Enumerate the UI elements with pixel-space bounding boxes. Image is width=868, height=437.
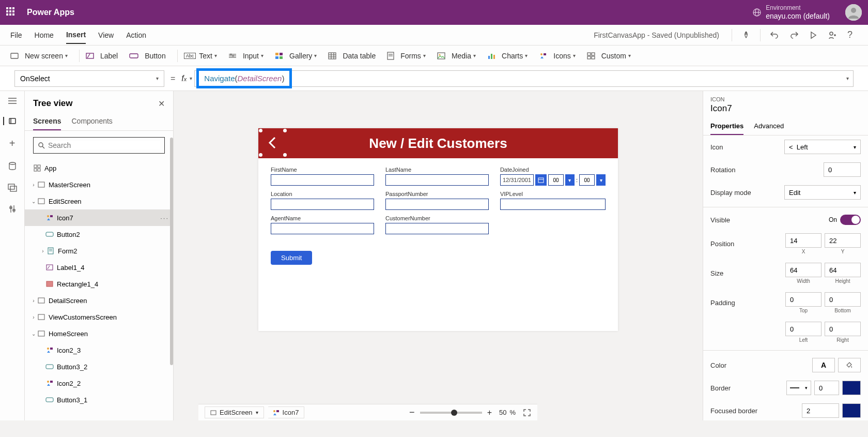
fx-dropdown-icon[interactable]: ▾	[190, 76, 192, 81]
date-input[interactable]: 12/31/2001	[500, 174, 534, 186]
tree-viewcustomers[interactable]: ›ViewCustomersScreen	[25, 309, 173, 325]
canvas-area[interactable]: New / Edit Customers FirstName LastName …	[174, 91, 703, 420]
last-name-input[interactable]	[385, 174, 489, 186]
label-button[interactable]: Label	[86, 52, 118, 60]
pad-right-input[interactable]: 0	[825, 322, 861, 336]
fx-icon[interactable]: fx	[181, 74, 187, 83]
close-icon[interactable]: ✕	[158, 99, 165, 109]
customer-input[interactable]	[385, 223, 489, 234]
pad-top-input[interactable]: 0	[785, 292, 822, 307]
visible-toggle[interactable]	[840, 215, 861, 225]
focused-border-input[interactable]: 2	[802, 403, 839, 418]
play-icon[interactable]	[809, 31, 817, 39]
display-mode-select[interactable]: Edit▾	[784, 185, 861, 200]
tree-button3-1[interactable]: Button3_1	[25, 391, 173, 408]
zoom-out-icon[interactable]: −	[409, 407, 415, 418]
height-input[interactable]: 64	[825, 263, 861, 277]
submit-button[interactable]: Submit	[271, 251, 312, 265]
icon-select[interactable]: < Left▾	[784, 140, 861, 154]
tree-masterscreen[interactable]: ›MasterScreen	[25, 176, 173, 193]
menu-insert[interactable]: Insert	[66, 26, 86, 44]
agent-input[interactable]	[271, 223, 374, 234]
undo-icon[interactable]	[770, 31, 779, 40]
tree-editscreen[interactable]: ⌄EditScreen	[25, 193, 173, 209]
tree-view-icon[interactable]	[3, 117, 17, 125]
data-table-button[interactable]: Data table	[328, 52, 376, 60]
tree-button2[interactable]: Button2	[25, 226, 173, 243]
rotation-input[interactable]: 0	[824, 162, 861, 177]
search-field[interactable]	[48, 141, 160, 149]
hour-select[interactable]: 00	[548, 174, 564, 186]
breadcrumb-icon7[interactable]: Icon7	[264, 406, 305, 418]
tree-icon2-2[interactable]: Icon2_2	[25, 375, 173, 391]
calendar-icon[interactable]	[535, 174, 547, 186]
media-dropdown[interactable]: Media▾	[437, 52, 476, 60]
menu-view[interactable]: View	[98, 27, 114, 43]
zoom-in-icon[interactable]: +	[487, 408, 492, 417]
pad-left-input[interactable]: 0	[785, 322, 822, 336]
tab-advanced[interactable]: Advanced	[754, 118, 784, 135]
data-icon[interactable]	[8, 162, 17, 171]
hamburger-icon[interactable]	[8, 97, 17, 104]
formula-expand-icon[interactable]: ▾	[846, 76, 849, 81]
breadcrumb-editscreen[interactable]: EditScreen▾	[205, 406, 264, 418]
border-style-select[interactable]: ▾	[786, 381, 811, 395]
property-selector[interactable]: OnSelect▾	[14, 70, 164, 87]
tree-rect1-4[interactable]: Rectangle1_4	[25, 276, 173, 292]
media-rail-icon[interactable]	[8, 184, 17, 192]
charts-dropdown[interactable]: Charts▾	[487, 52, 528, 60]
tree-form2[interactable]: ›Form2	[25, 243, 173, 259]
focused-border-color-swatch[interactable]	[842, 403, 861, 418]
tree-button3-2[interactable]: Button3_2	[25, 358, 173, 375]
add-icon[interactable]: +	[9, 138, 16, 149]
more-icon[interactable]: ···	[160, 214, 169, 222]
canvas-screen[interactable]: New / Edit Customers FirstName LastName …	[258, 128, 618, 331]
search-input[interactable]	[33, 137, 165, 154]
app-launcher-icon[interactable]	[6, 7, 17, 18]
text-dropdown[interactable]: AbcText▾	[184, 52, 217, 60]
redo-icon[interactable]	[789, 31, 799, 40]
vip-input[interactable]	[500, 199, 606, 210]
border-width-input[interactable]: 0	[814, 381, 839, 395]
button-button[interactable]: Button	[129, 52, 165, 60]
tree-detailscreen[interactable]: ›DetailScreen	[25, 292, 173, 309]
min-chevron-icon[interactable]: ▾	[596, 174, 606, 186]
tab-properties[interactable]: Properties	[710, 118, 743, 135]
forms-dropdown[interactable]: Forms▾	[387, 52, 426, 60]
min-select[interactable]: 00	[579, 174, 595, 186]
new-screen-button[interactable]: New screen▾	[10, 52, 68, 60]
menu-home[interactable]: Home	[35, 27, 54, 43]
tree-app[interactable]: App	[25, 160, 173, 176]
environment-picker[interactable]: Environment enayu.com (default)	[766, 4, 830, 20]
zoom-slider[interactable]	[420, 412, 482, 414]
menu-action[interactable]: Action	[126, 27, 146, 43]
pos-y-input[interactable]: 22	[825, 233, 861, 248]
passport-input[interactable]	[385, 199, 489, 210]
tree-scrollbar[interactable]	[170, 138, 173, 365]
back-icon-selected[interactable]	[260, 130, 285, 155]
tools-icon[interactable]	[8, 204, 17, 214]
hour-chevron-icon[interactable]: ▾	[565, 174, 575, 186]
fill-color-button[interactable]	[838, 358, 861, 372]
menu-file[interactable]: File	[10, 27, 22, 43]
tab-screens[interactable]: Screens	[33, 113, 61, 130]
tree-icon7[interactable]: Icon7···	[25, 209, 173, 226]
help-icon[interactable]: ?	[847, 29, 853, 40]
share-icon[interactable]	[828, 31, 837, 40]
first-name-input[interactable]	[271, 174, 374, 186]
gallery-dropdown[interactable]: Gallery▾	[275, 52, 317, 60]
tab-components[interactable]: Components	[71, 113, 112, 130]
formula-input[interactable]: Navigate(DetailScreen) ▾	[194, 70, 854, 87]
width-input[interactable]: 64	[785, 263, 822, 277]
tree-homescreen[interactable]: ⌄HomeScreen	[25, 325, 173, 342]
input-dropdown[interactable]: Input▾	[228, 52, 264, 60]
pos-x-input[interactable]: 14	[785, 233, 822, 248]
border-color-swatch[interactable]	[842, 381, 861, 395]
fit-screen-icon[interactable]	[523, 409, 531, 417]
tree-label1-4[interactable]: Label1_4	[25, 259, 173, 276]
user-avatar[interactable]	[845, 4, 862, 21]
font-color-button[interactable]: A	[812, 358, 835, 372]
custom-dropdown[interactable]: Custom▾	[587, 52, 631, 60]
app-checker-icon[interactable]	[741, 31, 751, 40]
pad-bottom-input[interactable]: 0	[825, 292, 861, 307]
